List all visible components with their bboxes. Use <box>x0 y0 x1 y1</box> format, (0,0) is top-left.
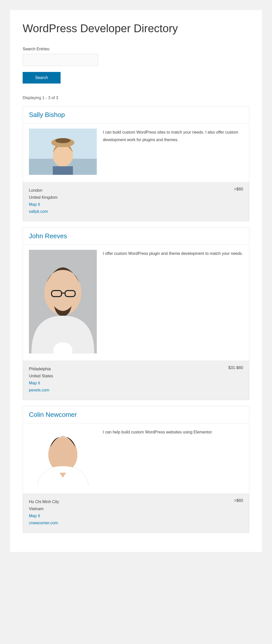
entry-website-link[interactable]: pexels.com <box>29 387 53 394</box>
map-it-link[interactable]: Map It <box>29 512 59 519</box>
search-label: Search Entries: <box>23 47 249 51</box>
entry-description: I can build custom WordPress sites to ma… <box>103 129 243 144</box>
entry-description: I can help build custom WordPress websit… <box>103 428 243 436</box>
entry-website-link[interactable]: cnewcomer.com <box>29 519 59 527</box>
entry-website-link[interactable]: sallyb.com <box>29 208 58 215</box>
result-count: Displaying 1 - 3 of 3 <box>23 96 249 100</box>
entry-name-link[interactable]: John Reeves <box>29 232 67 240</box>
directory-entry: John Reeves I offer custom WordPress plu… <box>23 227 249 400</box>
svg-point-4 <box>55 138 70 143</box>
map-it-link[interactable]: Map It <box>29 201 58 208</box>
directory-entry: Colin Newcomer I can help build custom W… <box>23 406 249 533</box>
directory-entry: Sally Bishop I can build custom WordPres… <box>23 106 249 221</box>
entry-name-link[interactable]: Sally Bishop <box>29 111 65 118</box>
entry-city: Ho Chi Minh City <box>29 498 59 505</box>
map-it-link[interactable]: Map It <box>29 380 53 387</box>
entry-description: I offer custom WordPress plugin and them… <box>103 250 243 257</box>
entry-country: United States <box>29 373 53 380</box>
page-title: WordPress Developer Directory <box>23 22 249 35</box>
entry-photo <box>29 428 97 486</box>
entry-city: Philadelphia <box>29 366 53 373</box>
entry-price: >$60 <box>234 498 243 503</box>
entry-name-link[interactable]: Colin Newcomer <box>29 411 77 418</box>
search-button[interactable]: Search <box>23 72 61 84</box>
entry-city: London <box>29 187 58 194</box>
svg-rect-5 <box>53 166 73 175</box>
entry-country: Vietnam <box>29 505 59 512</box>
entry-price: >$60 <box>234 187 243 191</box>
entry-price: $31-$60 <box>228 366 243 370</box>
entry-country: United Kingdom <box>29 194 58 201</box>
search-input[interactable] <box>23 54 98 66</box>
entry-photo <box>29 250 97 353</box>
entry-photo <box>29 129 97 175</box>
